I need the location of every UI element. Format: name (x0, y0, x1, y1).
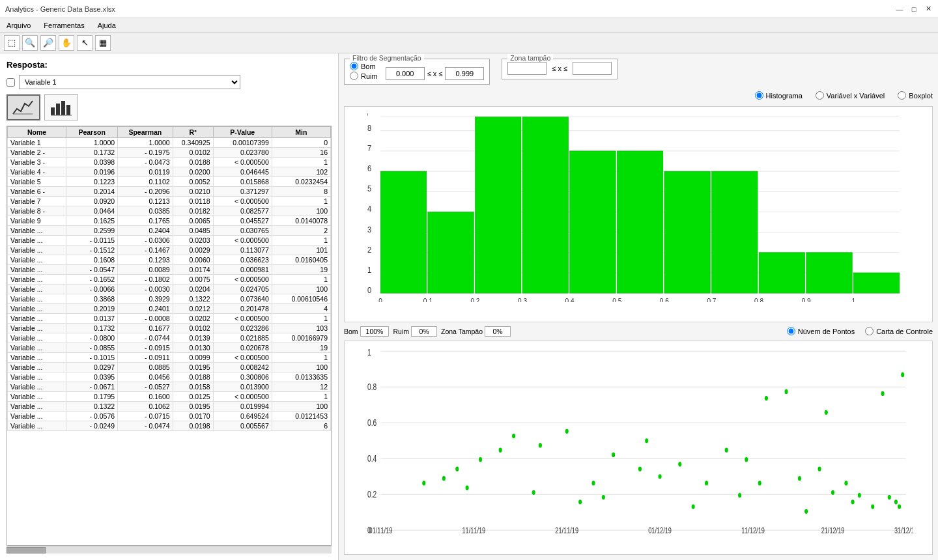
minimize-button[interactable]: — (895, 5, 904, 14)
table-row[interactable]: Variable ...0.17320.16770.01020.02328610… (8, 324, 331, 333)
table-row[interactable]: Variable ...- 0.05470.00890.01740.000981… (8, 265, 331, 275)
svg-text:0: 0 (367, 286, 372, 295)
table-row[interactable]: Variable ...0.38680.39290.13220.0736400.… (8, 294, 331, 304)
radio-nuvem-pontos[interactable]: Núvem de Pontos (787, 327, 855, 335)
table-row[interactable]: Variable 6 -0.2014- 0.20960.02100.371297… (8, 187, 331, 197)
col-header-pvalue: P-Value (213, 127, 272, 138)
left-panel: Resposta: Variable 1 (0, 53, 339, 560)
table-row[interactable]: Variable ...0.20190.24010.02120.2014784 (8, 304, 331, 314)
table-row[interactable]: Variable 70.09200.12130.0118< 0.0005001 (8, 197, 331, 206)
table-row[interactable]: Variable 3 -0.0398- 0.04730.0188< 0.0005… (8, 158, 331, 167)
menu-ajuda[interactable]: Ajuda (91, 20, 122, 31)
col-header-pearson: Pearson (66, 127, 118, 138)
scatter-chart-types: Núvem de Pontos Carta de Controle (787, 327, 933, 335)
table-row[interactable]: Variable 50.12230.11020.00520.0158680.02… (8, 177, 331, 187)
svg-text:0: 0 (378, 296, 382, 301)
table-row[interactable]: Variable ...0.16080.12930.00600.0366230.… (8, 255, 331, 265)
bar-chart-icon-btn[interactable] (44, 94, 78, 120)
toolbar-pan-btn[interactable]: ✋ (59, 35, 74, 51)
table-row[interactable]: Variable ...0.25990.24040.04850.0307652 (8, 226, 331, 236)
radio-variavel-x-variavel[interactable]: Variável x Variável (816, 91, 885, 100)
toolbar-zoom-out-btn[interactable]: 🔎 (40, 35, 56, 51)
zona-max-input[interactable] (573, 62, 612, 75)
table-row[interactable]: Variable ...0.02970.08850.01950.00824210… (8, 363, 331, 372)
table-row[interactable]: Variable ...- 0.1512- 0.14670.00290.1130… (8, 245, 331, 255)
bar-0 (380, 171, 427, 293)
svg-point-63 (745, 457, 748, 462)
svg-text:8: 8 (367, 123, 371, 132)
table-row[interactable]: Variable 2 -0.1732- 0.19750.01020.023780… (8, 148, 331, 158)
toolbar-select-btn[interactable]: ↖ (77, 35, 92, 51)
bar-2 (475, 117, 521, 294)
svg-text:0.2: 0.2 (367, 488, 377, 499)
table-row[interactable]: Variable ...0.17950.16000.0125< 0.000500… (8, 392, 331, 402)
line-chart-icon-btn[interactable] (7, 94, 40, 120)
radio-bom[interactable] (350, 62, 358, 70)
filter-inputs: ≤ x ≤ (386, 67, 485, 80)
table-row[interactable]: Variable ...- 0.0066- 0.00300.02040.0247… (8, 285, 331, 294)
svg-point-61 (705, 481, 708, 485)
table-scrollbar[interactable] (7, 546, 332, 553)
radio-ruim-row: Ruim (350, 72, 378, 80)
bar-8 (759, 253, 805, 293)
svg-text:11/12/19: 11/12/19 (741, 525, 765, 535)
table-row[interactable]: Variable 8 -0.04640.03850.01820.08257710… (8, 206, 331, 216)
table-row[interactable]: Variable ...- 0.0576- 0.07150.01700.6495… (8, 412, 331, 421)
svg-point-66 (798, 476, 801, 481)
table-row[interactable]: Variable 4 -0.01960.01190.02000.04644510… (8, 167, 331, 177)
svg-text:3: 3 (367, 225, 371, 234)
svg-text:0.6: 0.6 (367, 417, 377, 427)
table-row[interactable]: Variable 11.00001.00000.3409250.00107399… (8, 138, 331, 148)
scroll-thumb[interactable] (7, 547, 46, 553)
filter-max-input[interactable] (445, 67, 484, 80)
svg-point-84 (532, 490, 535, 494)
svg-point-77 (645, 438, 648, 443)
table-row[interactable]: Variable 90.16250.17650.00650.0455270.01… (8, 216, 331, 226)
radio-ruim[interactable] (350, 72, 358, 80)
table-row[interactable]: Variable ...0.0137- 0.00080.0202< 0.0005… (8, 314, 331, 324)
toolbar-grid-btn[interactable]: ▦ (95, 35, 111, 51)
ruim-label: Ruim (393, 328, 409, 335)
radio-histograma[interactable]: Histograma (755, 91, 803, 100)
variable-dropdown[interactable]: Variable 1 (19, 75, 240, 89)
title-bar: Analytics - Generic Data Base.xlsx — □ ✕ (0, 0, 938, 18)
menu-arquivo[interactable]: Arquivo (0, 20, 37, 31)
svg-text:4: 4 (367, 204, 372, 214)
table-row[interactable]: Variable ...- 0.0800- 0.07440.01390.0218… (8, 333, 331, 343)
toolbar: ⬚ 🔍 🔎 ✋ ↖ ▦ (0, 33, 938, 53)
menu-ferramentas[interactable]: Ferramentas (37, 20, 91, 31)
svg-text:11/11/19: 11/11/19 (462, 525, 485, 535)
table-row[interactable]: Variable ...- 0.0249- 0.04740.01980.0055… (8, 421, 331, 431)
svg-point-70 (858, 493, 861, 497)
svg-point-68 (831, 490, 834, 494)
zona-min-input[interactable] (507, 62, 547, 75)
svg-text:21/11/19: 21/11/19 (555, 525, 578, 535)
zona-value: 0% (485, 326, 511, 337)
radio-carta-controle[interactable]: Carta de Controle (865, 327, 933, 335)
bar-10 (853, 273, 900, 293)
table-row[interactable]: Variable ...0.03950.04560.01880.3008060.… (8, 372, 331, 382)
toolbar-zoom-in-btn[interactable]: 🔍 (22, 35, 38, 51)
table-row[interactable]: Variable ...- 0.1652- 0.18020.0075< 0.00… (8, 275, 331, 285)
svg-point-54 (539, 443, 542, 447)
bar-5 (617, 151, 663, 293)
data-table-container[interactable]: Nome Pearson Spearman R² P-Value Min Var… (7, 126, 332, 546)
maximize-button[interactable]: □ (909, 5, 918, 14)
svg-rect-1 (51, 107, 55, 115)
svg-point-88 (898, 504, 901, 509)
col-header-nome: Nome (8, 127, 66, 138)
close-button[interactable]: ✕ (924, 5, 933, 14)
filter-radios: Bom Ruim (350, 62, 378, 80)
svg-text:1: 1 (852, 296, 856, 301)
chart-icon-row (7, 94, 332, 120)
table-row[interactable]: Variable ...- 0.0855- 0.09150.01300.0206… (8, 343, 331, 353)
filter-min-input[interactable] (386, 67, 425, 80)
table-row[interactable]: Variable ...- 0.0115- 0.03060.0203< 0.00… (8, 236, 331, 245)
table-row[interactable]: Variable ...0.13220.10620.01950.01999410… (8, 402, 331, 412)
variable-checkbox[interactable] (7, 78, 15, 87)
table-row[interactable]: Variable ...- 0.1015- 0.09110.0099< 0.00… (8, 353, 331, 363)
table-row[interactable]: Variable ...- 0.0671- 0.05270.01580.0139… (8, 382, 331, 392)
toolbar-cursor-btn[interactable]: ⬚ (4, 35, 20, 51)
radio-boxplot[interactable]: Boxplot (898, 91, 933, 100)
filter-op: ≤ x ≤ (427, 70, 443, 77)
